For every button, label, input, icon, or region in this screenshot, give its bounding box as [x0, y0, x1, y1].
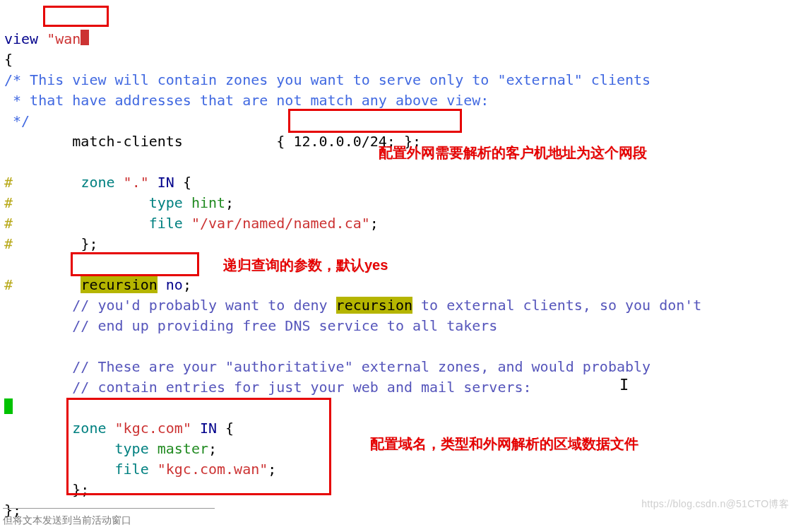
comment-line: */: [4, 112, 30, 129]
comment-line: // end up providing free DNS service to …: [4, 317, 497, 334]
annotation-clients: 配置外网需要解析的客户机地址为这个网段: [379, 143, 647, 163]
annotation-zone: 配置域名，类型和外网解析的区域数据文件: [370, 434, 638, 454]
highlight-box-clients: [288, 109, 462, 133]
brace-open: {: [4, 51, 13, 68]
footer-hint: 但将文本发送到当前活动窗口: [3, 508, 215, 531]
hl-recursion: recursion: [81, 276, 157, 293]
file-path: "/var/named/named.ca": [191, 215, 370, 232]
zone-root: ".": [124, 174, 149, 191]
brace: {: [183, 174, 191, 191]
text-caret-icon: I: [619, 374, 629, 395]
hash-comment: #: [4, 194, 13, 211]
quote-open: ": [47, 30, 55, 47]
kw-hint: hint: [191, 194, 225, 211]
highlight-box-recursion: [71, 252, 199, 276]
str-wan: wan: [55, 30, 81, 47]
hash-comment: #: [4, 174, 13, 191]
cursor-icon: [81, 30, 89, 45]
match-clients-label: match-clients: [4, 133, 276, 150]
comment-line: * that have addresses that are not match…: [4, 92, 489, 109]
indent: [13, 276, 81, 293]
highlight-box-wan: [43, 6, 109, 27]
kw-zone: zone: [13, 174, 124, 191]
semi: ;: [370, 215, 379, 232]
hash-comment: #: [4, 215, 13, 232]
highlight-box-zone: [66, 398, 331, 495]
comment-line: // you'd probably want to deny: [4, 297, 336, 314]
kw-in: IN: [149, 174, 183, 191]
semi: ;: [183, 276, 191, 293]
annotation-recursion: 递归查询的参数，默认yes: [223, 255, 388, 276]
kw-file: file: [13, 215, 191, 232]
comment-line: /* This view will contain zones you want…: [4, 71, 651, 88]
comment-line: to external clients, so you don't: [412, 297, 701, 314]
comment-line: // These are your "authoritative" extern…: [4, 358, 651, 375]
hl-recursion: recursion: [336, 297, 412, 314]
comment-line: // contain entries for just your web and…: [4, 379, 532, 396]
kw-type: type: [13, 194, 191, 211]
semi: ;: [225, 194, 234, 211]
secondary-cursor-icon: [4, 398, 13, 414]
watermark-text: https://blog.csdn.n@51CTO博客: [641, 494, 789, 514]
kw-view: view: [4, 30, 47, 47]
hash-comment: #: [4, 235, 13, 252]
brace-close: };: [13, 235, 97, 252]
kw-no: no: [158, 276, 183, 293]
hash-comment: #: [4, 276, 13, 293]
